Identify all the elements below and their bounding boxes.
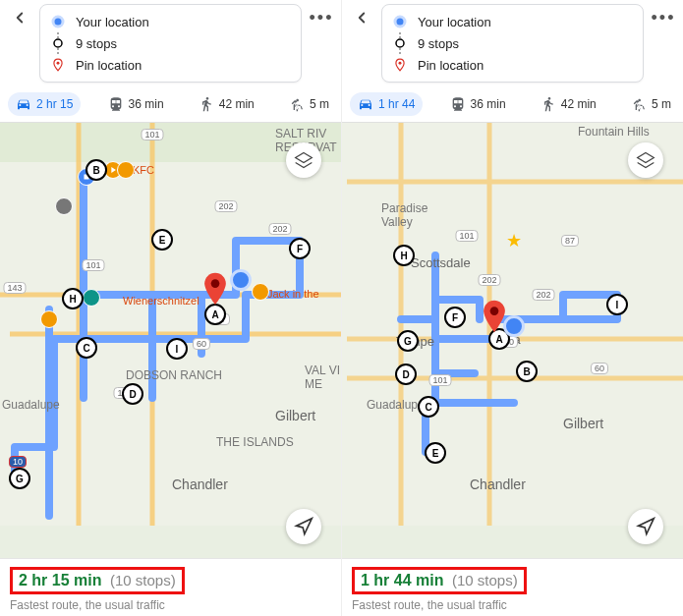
mode-drive[interactable]: 2 hr 15 <box>8 92 81 116</box>
svg-point-13 <box>490 307 499 315</box>
svg-point-1 <box>54 39 62 47</box>
route-shield: 101 <box>428 374 451 386</box>
svg-marker-7 <box>296 153 313 163</box>
saved-place-star: ★ <box>506 230 522 252</box>
mode-ride[interactable]: 5 m <box>623 92 679 116</box>
mode-transit-time: 36 min <box>471 97 506 111</box>
back-button[interactable] <box>6 4 33 31</box>
stop-marker-d: D <box>395 364 417 385</box>
route-subtitle: Fastest route, the usual traffic <box>10 598 331 612</box>
route-stops-label: 9 stops <box>76 36 117 51</box>
route-shield: 60 <box>591 363 608 374</box>
stop-marker-h: H <box>393 245 415 266</box>
stop-marker-e: E <box>425 442 446 464</box>
poi-icon <box>252 283 269 301</box>
route-shield: 60 <box>193 338 210 350</box>
recenter-button[interactable] <box>628 509 663 544</box>
svg-point-9 <box>395 17 405 27</box>
route-shield: 101 <box>141 129 163 140</box>
poi-icon <box>55 197 73 215</box>
stop-marker-b: B <box>516 361 538 382</box>
svg-marker-14 <box>638 153 655 163</box>
route-shield: 101 <box>82 259 104 271</box>
stop-marker-i: I <box>166 338 188 360</box>
eta-highlight: 1 hr 44 min (10 stops) <box>352 567 527 594</box>
mode-ride-time: 5 m <box>310 97 329 111</box>
mode-transit-time: 36 min <box>129 97 164 111</box>
stop-marker-e: E <box>151 229 173 251</box>
mode-walk[interactable]: 42 min <box>191 92 262 116</box>
back-button[interactable] <box>348 4 375 31</box>
travel-modes: 1 hr 44 36 min 42 min 5 m <box>342 88 683 123</box>
overflow-menu-button[interactable]: ••• <box>308 4 335 31</box>
mode-drive-time: 2 hr 15 <box>36 97 73 111</box>
mode-transit[interactable]: 36 min <box>442 92 514 116</box>
stop-marker-c: C <box>418 396 439 418</box>
route-card[interactable]: Your location 9 stops Pin location <box>381 4 644 83</box>
route-card[interactable]: Your location 9 stops Pin location <box>39 4 302 83</box>
destination-pin <box>482 300 507 337</box>
stop-marker-h: H <box>62 288 84 309</box>
route-subtitle: Fastest route, the usual traffic <box>352 598 673 612</box>
recenter-button[interactable] <box>286 509 321 544</box>
svg-point-11 <box>399 62 402 65</box>
route-shield: 143 <box>3 282 26 294</box>
eta-highlight: 2 hr 15 min (10 stops) <box>10 567 185 594</box>
stop-marker-c: C <box>76 337 97 359</box>
stop-marker-f: F <box>289 238 311 259</box>
route-shield: 87 <box>561 235 579 247</box>
svg-point-2 <box>57 62 60 65</box>
route-summary: 1 hr 44 min (10 stops) Fastest route, th… <box>342 558 683 616</box>
map-canvas[interactable]: SALT RIV RESERVAT DOBSON RANCH VAL VI ME… <box>0 123 341 558</box>
stop-marker-f: F <box>444 307 466 328</box>
route-start-label: Your location <box>76 15 149 29</box>
overflow-menu-button[interactable]: ••• <box>650 4 677 31</box>
mode-drive-time: 1 hr 44 <box>378 97 415 111</box>
map-canvas[interactable]: Fountain Hills Paradise Valley Scottsdal… <box>342 123 683 558</box>
mode-walk-time: 42 min <box>219 97 255 111</box>
stop-marker-g: G <box>397 330 419 352</box>
mode-transit[interactable]: 36 min <box>100 92 172 116</box>
current-location-dot <box>230 269 252 291</box>
route-end-label: Pin location <box>418 58 484 73</box>
mode-ride[interactable]: 5 m <box>281 92 337 116</box>
eta-stops: (10 stops) <box>110 572 176 588</box>
destination-pin <box>202 272 228 309</box>
mode-drive[interactable]: 1 hr 44 <box>350 92 423 116</box>
map-comparison-left: Your location 9 stops Pin location ••• 2… <box>0 0 341 616</box>
stop-marker-i: I <box>606 294 628 315</box>
svg-point-10 <box>396 39 404 47</box>
mode-ride-time: 5 m <box>652 97 671 111</box>
route-shield: 101 <box>455 230 478 242</box>
route-stops-label: 9 stops <box>418 36 459 51</box>
stop-marker-g: G <box>9 468 30 489</box>
eta-text: 1 hr 44 min <box>361 572 443 588</box>
eta-stops: (10 stops) <box>452 572 518 588</box>
route-summary: 2 hr 15 min (10 stops) Fastest route, th… <box>0 558 341 616</box>
layers-button[interactable] <box>286 142 321 178</box>
top-bar: Your location 9 stops Pin location ••• <box>0 0 341 83</box>
poi-icon <box>83 289 100 307</box>
stop-marker-d: D <box>122 383 143 405</box>
svg-marker-8 <box>297 519 313 534</box>
poi-icon <box>117 161 135 179</box>
eta-text: 2 hr 15 min <box>19 572 101 588</box>
svg-marker-15 <box>639 519 655 534</box>
route-end-label: Pin location <box>76 58 142 73</box>
route-shield: 202 <box>532 289 554 301</box>
svg-point-0 <box>53 17 63 27</box>
route-shield: 10 <box>9 456 27 468</box>
layers-button[interactable] <box>628 142 663 178</box>
svg-point-6 <box>211 279 220 288</box>
top-bar: Your location 9 stops Pin location ••• <box>342 0 683 83</box>
poi-icon <box>40 310 58 328</box>
route-start-label: Your location <box>418 15 491 29</box>
map-comparison-right: Your location 9 stops Pin location ••• 1… <box>341 0 683 616</box>
mode-walk[interactable]: 42 min <box>533 92 604 116</box>
route-shield: 202 <box>214 200 237 212</box>
route-shield: 202 <box>268 223 291 235</box>
mode-walk-time: 42 min <box>561 97 597 111</box>
route-shield: 202 <box>478 274 500 286</box>
stop-marker-b: B <box>85 159 107 181</box>
travel-modes: 2 hr 15 36 min 42 min 5 m <box>0 88 341 123</box>
